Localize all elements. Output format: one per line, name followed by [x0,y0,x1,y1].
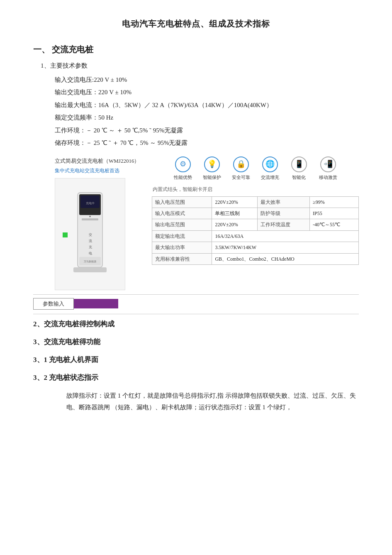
param-6: 储存环境：－ 25 ℃ ˜ ＋ 70 ℃，5% ～ 95%无凝露 [55,137,359,149]
feature-circle-2: 💡 [204,156,220,172]
param-2: 输出交流电压：220 V ± 10% [55,86,359,98]
subsection1-title: 1、主要技术参数 [41,61,359,71]
spec-row-4: 额定输出电流 16A/32A/63A [152,230,359,242]
specs-table: 输入电压范围 220V±20% 最大效率 ≥99% 输入电压模式 单相三线制 防… [152,196,359,265]
spec-label-1b: 最大效率 [257,196,310,208]
spec-label-3a: 输出电压范围 [152,219,212,230]
spec-value-1a: 220V±20% [212,196,257,208]
charger-illustration: 充电中 交 流 充 电 桩 万马新能源 [65,184,115,284]
spec-label-5a: 最大输出功率 [152,242,212,253]
subsection3-item: 3、交流充电桩得功能 [33,336,359,348]
feature-label-5: 智能化 [292,174,306,181]
product-section: 立式简易交流充电桩（WMJ22016） 集中式充电站交流充电桩首选 充电中 交 … [55,156,359,290]
section1-heading: 一、 交流充电桩 [33,42,359,56]
feature-icon-1: ⚙ 性能优勢 [171,156,195,181]
feature-label-6: 移动激赏 [319,174,337,181]
product-left: 立式简易交流充电桩（WMJ22016） 集中式充电站交流充电桩首选 充电中 交 … [55,156,139,290]
spec-label-4a: 额定输出电流 [152,230,212,242]
subsection2-item: 2、交流充电桩得控制构成 [33,318,359,330]
subsection5-title: 3、2 充电桩状态指示 [33,372,359,384]
param-3: 输出最大电流：16A（3、5KW）／ 32 A（7KW)/63A（14KW）／1… [55,99,359,111]
feature-icon-5: 📱 智能化 [287,156,311,181]
spec-row-3: 输出电压范围 220V±20% 工作环境温度 -40℃～55℃ [152,219,359,230]
spec-value-5a: 3.5KW/7KW/14KW [212,242,359,253]
fault-desc: 故障指示灯：设置 1 个红灯，就是故障信号总得指示灯,指 示得故障包括联锁失败、… [66,390,359,413]
spec-value-6a: GB、Combo1、Combo2、CHAdeMO [212,253,359,264]
feature-circle-6: 📲 [320,156,336,172]
product-right: ⚙ 性能优勢 💡 智能保护 🔒 安全可靠 🌐 交流增充 📱 智能化 📲 移 [152,156,359,265]
spec-label-3b: 工作环境温度 [257,219,310,230]
spec-row-5: 最大输出功率 3.5KW/7KW/14KW [152,242,359,253]
feature-icon-4: 🌐 交流增充 [258,156,282,181]
feature-label-4: 交流增充 [261,174,279,181]
green-indicator [63,232,68,237]
subsection4-title: 3、1 充电桩人机界面 [33,354,359,366]
subsection3-title: 3、交流充电桩得功能 [33,336,359,348]
feature-circle-3: 🔒 [233,156,249,172]
feature-circle-1: ⚙ [175,156,191,172]
svg-rect-13 [73,267,107,272]
spec-value-2b: IP55 [310,208,359,219]
feature-label-3: 安全可靠 [232,174,250,181]
svg-text:万马新能源: 万马新能源 [84,260,96,263]
feature-label-2: 智能保护 [203,174,221,181]
feature-label-1: 性能优勢 [174,174,192,181]
subsection4-item: 3、1 充电桩人机界面 [33,354,359,366]
card-subtitle: 内置式结头，智能刷卡开启 [153,185,359,193]
params-block: 输入交流电压:220 V ± 10% 输出交流电压：220 V ± 10% 输出… [55,74,359,149]
action-button[interactable] [74,299,118,308]
feature-icons-row: ⚙ 性能优勢 💡 智能保护 🔒 安全可靠 🌐 交流增充 📱 智能化 📲 移 [152,156,359,181]
feature-icon-6: 📲 移动激赏 [316,156,340,181]
page-title: 电动汽车充电桩特点、组成及技术指标 [33,17,359,31]
spec-label-1a: 输入电压范围 [152,196,212,208]
svg-rect-11 [82,218,98,220]
feature-circle-5: 📱 [291,156,307,172]
feature-icon-3: 🔒 安全可靠 [229,156,253,181]
subsection5-item: 3、2 充电桩状态指示 [33,372,359,384]
spec-value-2a: 单相三线制 [212,208,257,219]
spec-label-2a: 输入电压模式 [152,208,212,219]
bottom-bar: 参数输入 [33,294,359,310]
feature-icon-2: 💡 智能保护 [200,156,224,181]
spec-value-4a: 16A/32A/63A [212,230,359,242]
param-1: 输入交流电压:220 V ± 10% [55,74,359,86]
divider-1 [33,314,359,314]
svg-text:充电中: 充电中 [86,202,95,205]
section1-heading-text: 一、 交流充电桩 [33,42,93,56]
feature-circle-4: 🌐 [262,156,278,172]
product-label-title: 立式简易交流充电桩（WMJ22016） [55,156,139,166]
spec-value-3a: 220V±20% [212,219,257,230]
spec-row-2: 输入电压模式 单相三线制 防护等级 IP55 [152,208,359,219]
spec-row-6: 充用标准兼容性 GB、Combo1、Combo2、CHAdeMO [152,253,359,264]
param-5: 工作环境：－ 20 ℃ ～ ＋ 50 ℃,5% ˜ 95%无凝露 [55,125,359,137]
spec-value-1b: ≥99% [310,196,359,208]
params-button[interactable]: 参数输入 [33,298,74,310]
product-label-sub: 集中式充电站交流充电桩首选 [55,166,119,175]
charger-image-box: 充电中 交 流 充 电 桩 万马新能源 [55,178,125,290]
param-4: 额定交流频率：50 Hz [55,112,359,124]
spec-value-3b: -40℃～55℃ [310,219,359,230]
spec-row-1: 输入电压范围 220V±20% 最大效率 ≥99% [152,196,359,208]
subsection2-title: 2、交流充电桩得控制构成 [33,318,359,330]
spec-label-2b: 防护等级 [257,208,310,219]
spec-label-6a: 充用标准兼容性 [152,253,212,264]
